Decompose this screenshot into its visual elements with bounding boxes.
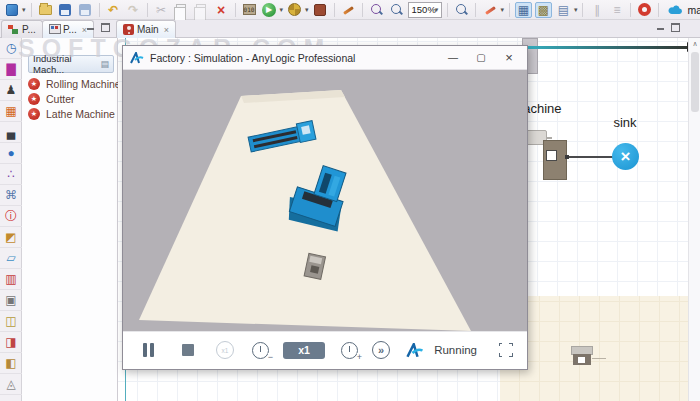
- debug-button[interactable]: [286, 2, 303, 18]
- sink-node[interactable]: ×: [612, 143, 639, 170]
- reset-speed-button[interactable]: x1: [216, 341, 234, 359]
- presentation-palette-icon[interactable]: ⓘ: [0, 206, 22, 227]
- tab-main[interactable]: Main ×: [116, 20, 176, 38]
- palette-tab-icon: [49, 24, 60, 35]
- machine-node-port[interactable]: [546, 150, 557, 161]
- main-agent-icon: [123, 24, 134, 35]
- run-button[interactable]: ▶: [261, 2, 278, 18]
- stop-button[interactable]: [182, 344, 194, 356]
- new-model-caret-icon[interactable]: ▾: [22, 6, 26, 14]
- slow-down-button[interactable]: −: [252, 342, 269, 359]
- magnifier-icon[interactable]: [453, 2, 470, 18]
- analysis-palette-icon[interactable]: ▥: [0, 269, 22, 290]
- material-handling-library-icon[interactable]: ▇: [0, 59, 22, 80]
- speed-up-button[interactable]: +: [341, 342, 358, 359]
- redo-icon[interactable]: ↷: [125, 2, 142, 18]
- cloud-model-name: marketing: [687, 4, 700, 16]
- main-tab-label: Main: [137, 24, 159, 35]
- build-icon[interactable]: 010: [241, 2, 258, 18]
- copy-icon[interactable]: [173, 2, 190, 18]
- factory-3d-scene: [123, 70, 527, 331]
- palette-item-lathe-machine[interactable]: ★ Lathe Machine: [28, 108, 115, 120]
- zoom-caret-icon: ▾: [435, 6, 439, 14]
- zoom-icon[interactable]: [388, 2, 405, 18]
- open-icon[interactable]: [37, 2, 54, 18]
- model-resources-icon[interactable]: ◬: [0, 374, 22, 395]
- zoom-level-select[interactable]: 150% ▾: [408, 2, 443, 18]
- debug-caret-icon[interactable]: ▾: [305, 6, 309, 14]
- anylogic-logo-icon: [130, 52, 144, 64]
- scrollbar-thumb[interactable]: [691, 52, 699, 112]
- palette-panel: Industrial Mach... ▤ ★ Rolling Machine ★…: [22, 38, 118, 401]
- status-text: Running: [434, 344, 477, 356]
- rail-library-icon[interactable]: ▦: [0, 101, 22, 122]
- pictures-palette-icon[interactable]: ◩: [0, 227, 22, 248]
- palette-view-mode-icon[interactable]: ▤: [100, 59, 109, 69]
- road-traffic-library-icon[interactable]: ▄: [0, 122, 22, 143]
- gis-palette-icon[interactable]: ▣: [0, 290, 22, 311]
- main-tab-close-icon[interactable]: ×: [164, 25, 169, 35]
- tab-strip: P... P... × Main ×: [0, 20, 700, 38]
- projects-tab-label: P...: [22, 24, 36, 35]
- tab-projects[interactable]: P...: [1, 20, 43, 38]
- pedestrian-library-icon[interactable]: ♟: [0, 80, 22, 101]
- fast-forward-button[interactable]: »: [372, 341, 390, 359]
- controls-palette-icon[interactable]: ⌘: [0, 185, 22, 206]
- cloud-model-selector[interactable]: marketing ▾: [668, 4, 700, 16]
- canvas-vertical-scrollbar[interactable]: ∧: [688, 38, 700, 401]
- process-modeling-library-icon[interactable]: ◷: [0, 38, 22, 59]
- sim-maximize-button[interactable]: ▢: [470, 52, 492, 63]
- cut-icon[interactable]: ✂: [153, 2, 170, 18]
- align-vertical-icon[interactable]: ∥: [588, 2, 605, 18]
- main-toolbar: ▾ ↶ ↷ ✂ × 010 ▶ ▾ ▾ 150% ▾ ▾ ▦: [0, 0, 700, 20]
- pen-icon[interactable]: [340, 2, 357, 18]
- minimize-view-icon[interactable]: [86, 23, 95, 32]
- palette-item-label: Rolling Machine: [46, 78, 121, 90]
- palette-section-header[interactable]: Industrial Mach... ▤: [28, 55, 114, 73]
- sim-close-button[interactable]: ×: [498, 50, 520, 65]
- scrollbar-up-icon[interactable]: ∧: [689, 38, 700, 50]
- pause-button[interactable]: [143, 343, 156, 357]
- snap-toggle[interactable]: ▩: [535, 2, 552, 18]
- paste-icon[interactable]: [193, 2, 210, 18]
- sink-x-icon: ×: [621, 147, 631, 167]
- undo-icon[interactable]: ↶: [105, 2, 122, 18]
- editor-minimize-icon[interactable]: [656, 23, 665, 32]
- layers-caret-icon[interactable]: ▾: [574, 6, 578, 14]
- simulation-3d-viewport[interactable]: [123, 70, 527, 331]
- speed-badge[interactable]: x1: [283, 342, 325, 359]
- machine-block-icon: ★: [28, 108, 40, 120]
- help-icon[interactable]: [636, 2, 653, 18]
- draw-tool-icon[interactable]: [481, 2, 498, 18]
- run-caret-icon[interactable]: ▾: [280, 6, 284, 14]
- delete-icon[interactable]: ×: [213, 2, 230, 18]
- fullscreen-button[interactable]: [499, 343, 513, 357]
- sim-minimize-button[interactable]: —: [442, 52, 464, 63]
- simulation-titlebar[interactable]: Factory : Simulation - AnyLogic Professi…: [123, 46, 527, 70]
- new-model-icon[interactable]: [3, 2, 20, 18]
- fluid-library-icon[interactable]: ●: [0, 143, 22, 164]
- palette-item-cutter[interactable]: ★ Cutter: [28, 93, 75, 105]
- layers-icon[interactable]: ▤: [555, 2, 572, 18]
- connectivity-palette-icon[interactable]: ◫: [0, 311, 22, 332]
- experiments-palette-icon[interactable]: ◨: [0, 332, 22, 353]
- save-icon[interactable]: [57, 2, 74, 18]
- custom-library-icon[interactable]: ◧: [0, 353, 22, 374]
- palette-item-label: Lathe Machine: [46, 108, 115, 120]
- palette-item-rolling-machine[interactable]: ★ Rolling Machine: [28, 78, 121, 90]
- editor-view-buttons: [656, 23, 680, 32]
- agent-palette-icon[interactable]: ∴: [0, 164, 22, 185]
- simulation-window[interactable]: Factory : Simulation - AnyLogic Professi…: [122, 45, 528, 370]
- draw-tool-caret-icon[interactable]: ▾: [500, 6, 504, 14]
- maximize-view-icon[interactable]: [101, 23, 110, 32]
- floor-machine-shape[interactable]: [571, 346, 611, 366]
- canvas-arrow-line[interactable]: [518, 46, 690, 49]
- align-horizontal-icon[interactable]: ≡: [608, 2, 625, 18]
- terminate-button[interactable]: [312, 2, 329, 18]
- grid-toggle[interactable]: ▦: [515, 2, 532, 18]
- space-markup-palette-icon[interactable]: ▱: [0, 248, 22, 269]
- cloud-icon: [668, 5, 683, 15]
- zoom-region-icon[interactable]: [368, 2, 385, 18]
- editor-maximize-icon[interactable]: [671, 23, 680, 32]
- save-all-icon[interactable]: [77, 2, 94, 18]
